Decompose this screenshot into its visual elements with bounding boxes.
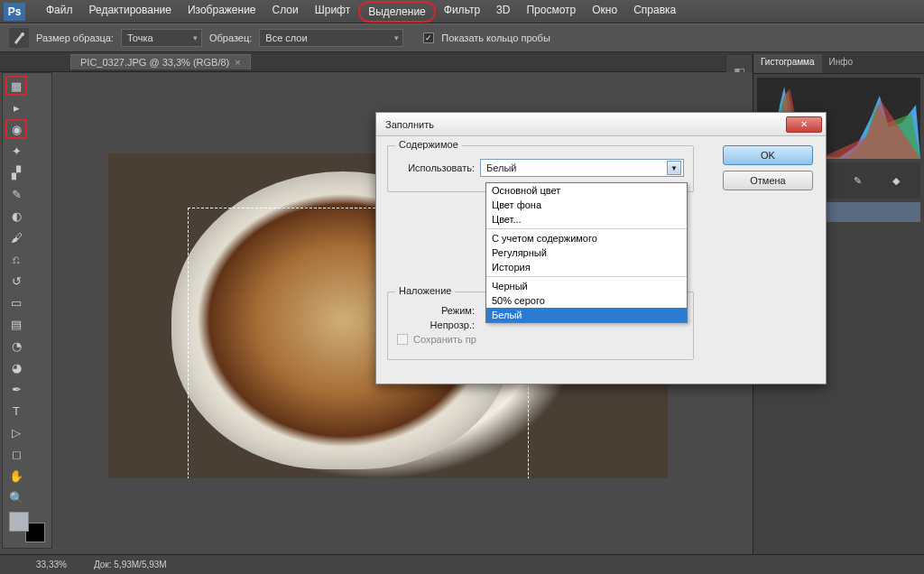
tool-palette: ▦▸◉✦▞✎◐🖌⎌↺▭▤◔◕✒T▷◻✋🔍 [2, 72, 52, 549]
active-tool-icon [9, 28, 29, 48]
panel-icon[interactable]: ◆ [889, 173, 903, 188]
blur-tool[interactable]: ◔ [5, 336, 27, 356]
menu-item-выделение[interactable]: Выделение [358, 1, 436, 23]
tab-info[interactable]: Инфо [822, 54, 861, 73]
dropdown-option[interactable]: Белый [486, 308, 687, 322]
menu-item-слои[interactable]: Слои [264, 1, 307, 23]
tab-histogram[interactable]: Гистограмма [753, 54, 822, 73]
menu-item-редактирование[interactable]: Редактирование [81, 1, 180, 23]
use-dropdown-list[interactable]: Основной цветЦвет фонаЦвет...С учетом со… [485, 182, 688, 323]
options-bar: Размер образца: Точка Образец: Все слои … [0, 23, 924, 52]
dropdown-separator [486, 276, 687, 277]
gradient-tool[interactable]: ▤ [5, 314, 27, 334]
cancel-button[interactable]: Отмена [723, 171, 813, 190]
ok-button[interactable]: OK [723, 145, 813, 165]
panel-icon[interactable]: ✎ [851, 173, 865, 188]
menu-item-справка[interactable]: Справка [625, 1, 684, 23]
sample-layers-select[interactable]: Все слои [259, 29, 403, 47]
use-value: Белый [486, 162, 516, 173]
dropdown-arrow-icon[interactable]: ▼ [667, 161, 681, 175]
dropdown-option[interactable]: Основной цвет [486, 183, 687, 198]
menu-item-3d[interactable]: 3D [488, 1, 518, 23]
contents-legend: Содержимое [395, 139, 462, 150]
document-tab[interactable]: PIC_0327.JPG @ 33,3% (RGB/8) × [70, 54, 251, 69]
pen-tool[interactable]: ✒ [5, 379, 27, 399]
app-logo: Ps [4, 3, 25, 21]
preserve-label: Сохранить пр [413, 334, 476, 345]
dropdown-option[interactable]: 50% серого [486, 293, 687, 308]
preserve-transparency-checkbox [397, 334, 408, 345]
path-tool[interactable]: ▷ [5, 422, 27, 442]
dropdown-option[interactable]: История [486, 260, 687, 274]
eyedrop-tool[interactable]: ✎ [5, 184, 27, 204]
wand-tool[interactable]: ✦ [5, 141, 27, 161]
use-combobox[interactable]: Белый ▼ [480, 159, 684, 177]
stamp-tool[interactable]: ⎌ [5, 249, 27, 269]
lasso-tool[interactable]: ◉ [5, 119, 27, 139]
blending-legend: Наложение [395, 285, 455, 296]
zoom-level[interactable]: 33,33% [36, 560, 67, 569]
menu-item-шрифт[interactable]: Шрифт [307, 1, 358, 23]
dodge-tool[interactable]: ◕ [5, 357, 27, 377]
patch-tool[interactable]: ◐ [5, 206, 27, 226]
dialog-close-button[interactable]: ✕ [786, 116, 822, 133]
move-tool[interactable]: ▸ [5, 97, 27, 117]
history-tool[interactable]: ↺ [5, 271, 27, 291]
dropdown-option[interactable]: С учетом содержимого [486, 231, 687, 245]
type-tool[interactable]: T [5, 401, 27, 421]
marquee-tool[interactable]: ▦ [5, 76, 27, 96]
document-tab-title: PIC_0327.JPG @ 33,3% (RGB/8) [80, 57, 229, 68]
menu-item-файл[interactable]: Файл [38, 1, 81, 23]
mode-label: Режим: [397, 305, 475, 316]
dropdown-option[interactable]: Цвет... [486, 212, 687, 227]
svg-point-0 [21, 32, 24, 36]
dropdown-option[interactable]: Цвет фона [486, 198, 687, 212]
menu-item-фильтр[interactable]: Фильтр [436, 1, 488, 23]
menu-item-изображение[interactable]: Изображение [180, 1, 264, 23]
hand-tool[interactable]: ✋ [5, 466, 27, 486]
close-tab-icon[interactable]: × [235, 57, 240, 68]
brush-tool[interactable]: 🖌 [5, 227, 27, 247]
color-swatch[interactable] [9, 512, 45, 542]
menu-bar: Ps ФайлРедактированиеИзображениеСлоиШриф… [0, 0, 924, 23]
fill-dialog: Заполнить ✕ OK Отмена Содержимое Использ… [375, 112, 827, 384]
dialog-title: Заполнить [385, 119, 434, 130]
dialog-titlebar[interactable]: Заполнить ✕ [376, 113, 826, 136]
show-ring-label: Показать кольцо пробы [441, 32, 550, 43]
menu-item-просмотр[interactable]: Просмотр [518, 1, 584, 23]
eraser-tool[interactable]: ▭ [5, 292, 27, 312]
dropdown-option[interactable]: Регулярный [486, 245, 687, 260]
zoom-tool[interactable]: 🔍 [5, 487, 27, 507]
use-label: Использовать: [397, 162, 475, 173]
dropdown-option[interactable]: Черный [486, 279, 687, 293]
sample-size-label: Размер образца: [36, 32, 114, 43]
menu-item-окно[interactable]: Окно [584, 1, 625, 23]
shape-tool[interactable]: ◻ [5, 444, 27, 464]
doc-size-label: Док: [94, 560, 112, 569]
sample-size-select[interactable]: Точка [121, 29, 202, 47]
status-bar: 33,33% Док: 5,93M/5,93M [0, 554, 924, 574]
doc-size-value: 5,93M/5,93M [114, 560, 166, 569]
sample-label: Образец: [209, 32, 252, 43]
show-ring-checkbox[interactable] [423, 32, 434, 43]
opacity-label: Непрозр.: [397, 319, 475, 330]
crop-tool[interactable]: ▞ [5, 162, 27, 182]
dropdown-separator [486, 228, 687, 229]
